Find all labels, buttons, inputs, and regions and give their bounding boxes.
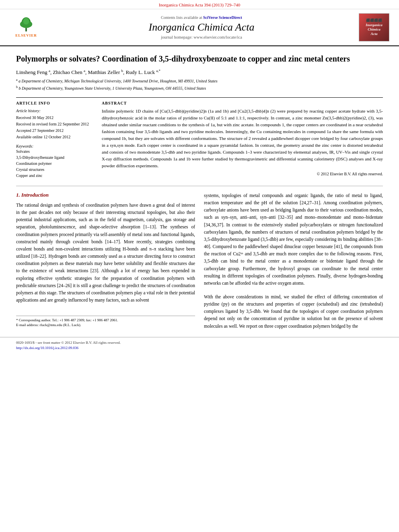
article-info-heading: ARTICLE INFO bbox=[16, 101, 95, 105]
authors-line: Linsheng Feng a, Zhichao Chen a, Matthia… bbox=[16, 69, 383, 76]
body-section: 1. Introduction The rational design and … bbox=[16, 186, 383, 330]
intro-text-col2-p1: systems, topologies of metal compounds a… bbox=[204, 192, 383, 287]
intro-heading: 1. Introduction bbox=[16, 192, 195, 198]
intro-text-col1: The rational design and synthesis of coo… bbox=[16, 201, 195, 304]
svg-rect-0 bbox=[25, 28, 27, 32]
abstract-column: ABSTRACT Infinite polymeric 1D chains of… bbox=[102, 101, 383, 179]
footer-issn: 0020-1693/$ - see front matter © 2012 El… bbox=[16, 341, 383, 345]
keywords-list: Solvates 3,5-Dihydroxylbenzate ligand Co… bbox=[16, 148, 95, 179]
article-info-column: ARTICLE INFO Article history: Received 3… bbox=[16, 101, 95, 179]
affiliation-a: a a Department of Chemistry, Michigan Te… bbox=[16, 78, 383, 84]
available-date: Available online 12 October 2012 bbox=[16, 134, 95, 140]
ica-logo-title: Inorganica Chimica Acta bbox=[366, 23, 383, 36]
body-col-right: systems, topologies of metal compounds a… bbox=[204, 192, 383, 330]
journal-header: Inorganica Chimica Acta 394 (2013) 729–7… bbox=[0, 0, 399, 9]
intro-text-col2-p2: With the above considerations in mind, w… bbox=[204, 293, 383, 330]
keyword-2: 3,5-Dihydroxylbenzate ligand bbox=[16, 154, 95, 160]
ica-logo-area: ⬛⬛⬛⬛ Inorganica Chimica Acta bbox=[359, 13, 391, 41]
history-label: Article history: bbox=[16, 108, 95, 114]
footer-doi: http://dx.doi.org/10.1016/j.ica.2012.09.… bbox=[16, 346, 383, 350]
article-title: Polymorphs or solvates? Coordination of … bbox=[16, 53, 383, 64]
keyword-3: Coordination polymer bbox=[16, 160, 95, 166]
journal-title-area: Contents lists available at SciVerse Sci… bbox=[48, 15, 355, 39]
body-col-left: 1. Introduction The rational design and … bbox=[16, 192, 195, 330]
keyword-5: Copper and zinc bbox=[16, 173, 95, 179]
revised-date: Received in revised form 22 September 20… bbox=[16, 121, 95, 127]
abstract-heading: ABSTRACT bbox=[102, 101, 383, 105]
main-content: Polymorphs or solvates? Coordination of … bbox=[0, 46, 399, 337]
keywords-section: Keywords: Solvates 3,5-Dihydroxylbenzate… bbox=[16, 144, 95, 179]
copyright-line: © 2012 Elsevier B.V. All rights reserved… bbox=[102, 172, 383, 176]
journal-homepage: journal homepage: www.elsevier.com/locat… bbox=[48, 35, 355, 39]
keywords-label: Keywords: bbox=[16, 144, 95, 148]
elsevier-logo-area: ELSEVIER bbox=[8, 16, 44, 39]
info-abstract-section: ARTICLE INFO Article history: Received 3… bbox=[16, 97, 383, 179]
affiliations: a a Department of Chemistry, Michigan Te… bbox=[16, 78, 383, 92]
keyword-1: Solvates bbox=[16, 148, 95, 154]
footnotes-area: * Corresponding author. Tel.: +1 906 487… bbox=[16, 316, 195, 327]
footnote-star-line: * Corresponding author. Tel.: +1 906 487… bbox=[16, 318, 195, 322]
keyword-4: Crystal structures bbox=[16, 166, 95, 173]
journal-title: Inorganica Chimica Acta bbox=[48, 21, 355, 33]
sciverse-line: Contents lists available at SciVerse Sci… bbox=[48, 15, 355, 20]
received-date: Received 30 May 2012 bbox=[16, 115, 95, 121]
article-history: Article history: Received 30 May 2012 Re… bbox=[16, 108, 95, 140]
journal-reference: Inorganica Chimica Acta 394 (2013) 729–7… bbox=[159, 2, 240, 7]
elsevier-label: ELSEVIER bbox=[15, 33, 37, 37]
svg-point-3 bbox=[23, 18, 29, 25]
elsevier-tree-icon bbox=[18, 17, 35, 33]
page-footer: 0020-1693/$ - see front matter © 2012 El… bbox=[0, 337, 399, 353]
elsevier-logo: ELSEVIER bbox=[10, 16, 42, 39]
accepted-date: Accepted 27 September 2012 bbox=[16, 127, 95, 134]
ica-logo: ⬛⬛⬛⬛ Inorganica Chimica Acta bbox=[359, 13, 389, 41]
abstract-text: Infinite polymeric 1D chains of [Cu(3,5-… bbox=[102, 108, 383, 169]
affiliation-b: b b Department of Chemistry, Youngstown … bbox=[16, 85, 383, 92]
email-line: E-mail address: rluck@mtu.edu (R.L. Luck… bbox=[16, 323, 195, 327]
journal-banner: ELSEVIER Contents lists available at Sci… bbox=[0, 9, 399, 46]
